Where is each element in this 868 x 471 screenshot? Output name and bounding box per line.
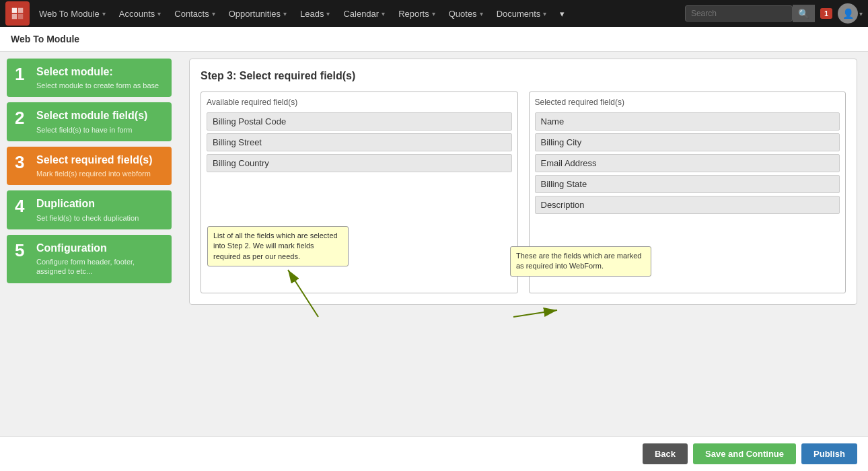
notification-badge[interactable]: 1: [820, 8, 832, 19]
nav-accounts[interactable]: Accounts ▾: [112, 0, 168, 27]
bottom-bar: Back Save and Continue Publish: [0, 436, 868, 471]
field-billing-city[interactable]: Billing City: [535, 133, 840, 151]
nav-more[interactable]: ▾: [553, 0, 571, 27]
step-5-title: Configuration: [36, 242, 164, 254]
sidebar-step-5[interactable]: 5 Configuration Configure form header, f…: [7, 235, 172, 283]
field-billing-country[interactable]: Billing Country: [207, 154, 512, 172]
step-panel: Step 3: Select required field(s) Availab…: [189, 59, 857, 305]
opportunities-chevron-icon: ▾: [283, 10, 287, 17]
sidebar-step-2[interactable]: 2 Select module field(s) Select field(s)…: [7, 102, 172, 141]
save-continue-button[interactable]: Save and Continue: [693, 443, 796, 464]
sidebar-step-1[interactable]: 1 Select module: Select module to create…: [7, 59, 172, 97]
contacts-chevron-icon: ▾: [212, 10, 215, 17]
available-fields-label: Available required field(s): [207, 98, 512, 107]
accounts-chevron-icon: ▾: [157, 10, 161, 17]
top-navigation: Web To Module ▾ Accounts ▾ Contacts ▾ Op…: [0, 0, 868, 27]
step-1-title: Select module:: [36, 65, 164, 78]
module-chevron-icon: ▾: [102, 10, 106, 17]
field-email-address[interactable]: Email Address: [535, 154, 840, 172]
search-container: 🔍: [685, 5, 815, 22]
nav-contacts[interactable]: Contacts ▾: [168, 0, 221, 27]
content-area: Step 3: Select required field(s) Availab…: [178, 52, 868, 471]
calendar-chevron-icon: ▾: [382, 10, 385, 17]
sidebar: 1 Select module: Select module to create…: [0, 52, 178, 471]
step-4-desc: Set field(s) to check duplication: [36, 213, 164, 223]
step-3-number: 3: [15, 153, 30, 171]
nav-opportunities[interactable]: Opportunities ▾: [222, 0, 293, 27]
step-2-title: Select module field(s): [36, 109, 164, 122]
svg-rect-3: [18, 14, 23, 19]
page-title-bar: Web To Module: [0, 27, 868, 52]
sidebar-step-3[interactable]: 3 Select required field(s) Mark field(s)…: [7, 147, 172, 185]
sidebar-step-4[interactable]: 4 Duplication Set field(s) to check dupl…: [7, 190, 172, 229]
more-icon: ▾: [560, 9, 565, 19]
field-billing-postal-code[interactable]: Billing Postal Code: [207, 112, 512, 131]
step-3-desc: Mark field(s) required into webform: [36, 169, 164, 178]
step-4-title: Duplication: [36, 197, 164, 210]
publish-button[interactable]: Publish: [801, 443, 857, 464]
step-5-desc: Configure form header, footer, assigned …: [36, 257, 164, 277]
step-1-desc: Select module to create form as base: [36, 81, 164, 90]
leads-chevron-icon: ▾: [326, 10, 330, 17]
nav-quotes[interactable]: Quotes ▾: [442, 0, 490, 27]
annotation-left: List of all the fields which are selecte…: [207, 226, 349, 266]
nav-documents[interactable]: Documents ▾: [490, 0, 554, 27]
search-button[interactable]: 🔍: [793, 5, 815, 22]
main-layout: 1 Select module: Select module to create…: [0, 52, 868, 471]
annotation-container: Available required field(s) Billing Post…: [201, 92, 846, 293]
step-4-number: 4: [15, 197, 30, 215]
selected-fields-label: Selected required field(s): [535, 98, 840, 107]
nav-leads[interactable]: Leads ▾: [293, 0, 336, 27]
svg-rect-1: [18, 8, 23, 13]
svg-rect-2: [12, 14, 17, 19]
module-name[interactable]: Web To Module ▾: [32, 0, 112, 27]
quotes-chevron-icon: ▾: [480, 10, 483, 17]
user-chevron-icon: ▾: [859, 10, 863, 17]
back-button[interactable]: Back: [643, 443, 688, 464]
field-billing-state[interactable]: Billing State: [535, 175, 840, 193]
nav-reports[interactable]: Reports ▾: [392, 0, 442, 27]
app-logo[interactable]: [5, 1, 30, 26]
step-2-number: 2: [15, 109, 30, 126]
nav-calendar[interactable]: Calendar ▾: [336, 0, 392, 27]
step-2-desc: Select field(s) to have in form: [36, 125, 164, 135]
step-5-number: 5: [15, 242, 30, 259]
search-input[interactable]: [685, 5, 793, 22]
field-billing-street[interactable]: Billing Street: [207, 133, 512, 151]
page-title: Web To Module: [11, 34, 79, 44]
svg-line-6: [513, 310, 557, 317]
step-1-number: 1: [15, 65, 30, 83]
reports-chevron-icon: ▾: [432, 10, 435, 17]
svg-rect-0: [12, 8, 17, 13]
field-name[interactable]: Name: [535, 112, 840, 131]
annotation-right: These are the fields which are marked as…: [510, 246, 651, 277]
documents-chevron-icon: ▾: [543, 10, 546, 17]
field-description[interactable]: Description: [535, 196, 840, 214]
step-3-title: Select required field(s): [36, 153, 164, 166]
step-panel-title: Step 3: Select required field(s): [201, 70, 846, 82]
user-avatar[interactable]: 👤: [838, 3, 858, 24]
